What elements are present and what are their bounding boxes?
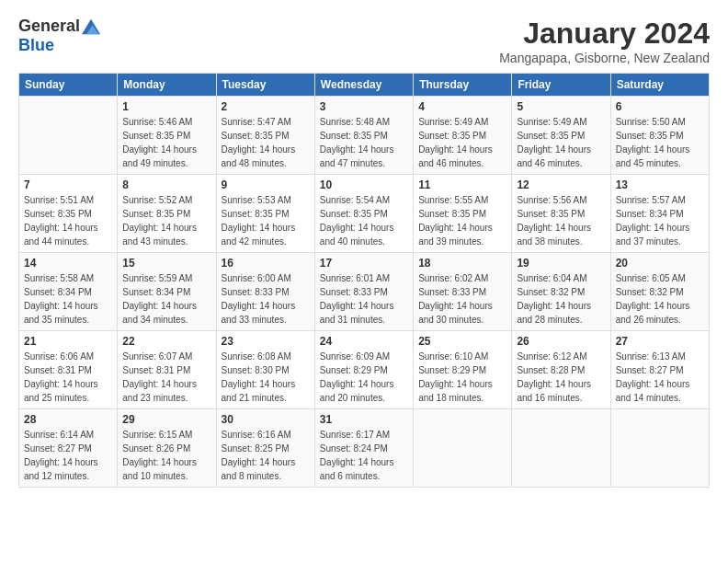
day-number: 19: [517, 257, 605, 270]
day-number: 28: [24, 413, 112, 426]
day-number: 1: [122, 100, 210, 113]
calendar-cell: 5Sunrise: 5:49 AMSunset: 8:35 PMDaylight…: [512, 97, 610, 175]
calendar-cell: [512, 409, 610, 488]
day-number: 18: [418, 257, 506, 270]
day-info: Sunrise: 6:08 AMSunset: 8:30 PMDaylight:…: [222, 350, 310, 405]
day-info: Sunrise: 6:16 AMSunset: 8:25 PMDaylight:…: [222, 428, 310, 483]
day-number: 22: [122, 335, 210, 348]
day-number: 2: [222, 100, 310, 113]
day-info: Sunrise: 6:09 AMSunset: 8:29 PMDaylight:…: [320, 350, 408, 405]
calendar-cell: 26Sunrise: 6:12 AMSunset: 8:28 PMDayligh…: [512, 331, 610, 409]
title-block: January 2024 Mangapapa, Gisborne, New Ze…: [499, 17, 710, 65]
header-saturday: Saturday: [610, 74, 709, 97]
calendar-table: Sunday Monday Tuesday Wednesday Thursday…: [18, 73, 710, 488]
day-number: 24: [320, 335, 408, 348]
day-number: 10: [320, 178, 408, 191]
calendar-cell: 2Sunrise: 5:47 AMSunset: 8:35 PMDaylight…: [216, 97, 314, 175]
logo-icon: [82, 17, 100, 36]
calendar-week-1: 7Sunrise: 5:51 AMSunset: 8:35 PMDaylight…: [19, 175, 710, 253]
day-number: 12: [517, 178, 605, 191]
day-number: 4: [418, 100, 506, 113]
day-number: 31: [320, 413, 408, 426]
day-info: Sunrise: 5:56 AMSunset: 8:35 PMDaylight:…: [517, 193, 605, 248]
header-thursday: Thursday: [414, 74, 512, 97]
day-info: Sunrise: 6:06 AMSunset: 8:31 PMDaylight:…: [24, 350, 112, 405]
calendar-cell: [19, 97, 118, 175]
day-info: Sunrise: 5:58 AMSunset: 8:34 PMDaylight:…: [24, 271, 112, 327]
day-info: Sunrise: 6:02 AMSunset: 8:33 PMDaylight:…: [418, 271, 506, 327]
calendar-week-2: 14Sunrise: 5:58 AMSunset: 8:34 PMDayligh…: [19, 253, 710, 331]
weekday-header-row: Sunday Monday Tuesday Wednesday Thursday…: [19, 74, 710, 97]
day-number: 13: [616, 178, 704, 191]
day-number: 3: [320, 100, 408, 113]
day-info: Sunrise: 5:59 AMSunset: 8:34 PMDaylight:…: [122, 271, 210, 327]
calendar-cell: 30Sunrise: 6:16 AMSunset: 8:25 PMDayligh…: [216, 409, 314, 488]
calendar-cell: [414, 409, 512, 488]
logo-general: General: [18, 17, 80, 36]
calendar-cell: 18Sunrise: 6:02 AMSunset: 8:33 PMDayligh…: [414, 253, 512, 331]
page: General Blue January 2024 Mangapapa, Gis…: [0, 0, 728, 499]
day-number: 23: [222, 335, 310, 348]
header-friday: Friday: [512, 74, 610, 97]
calendar-cell: 3Sunrise: 5:48 AMSunset: 8:35 PMDaylight…: [314, 97, 413, 175]
day-number: 21: [24, 335, 112, 348]
day-info: Sunrise: 5:46 AMSunset: 8:35 PMDaylight:…: [122, 115, 210, 170]
day-info: Sunrise: 5:53 AMSunset: 8:35 PMDaylight:…: [222, 193, 310, 248]
day-info: Sunrise: 5:49 AMSunset: 8:35 PMDaylight:…: [517, 115, 605, 170]
day-number: 26: [517, 335, 605, 348]
day-number: 11: [418, 178, 506, 191]
day-info: Sunrise: 5:54 AMSunset: 8:35 PMDaylight:…: [320, 193, 408, 248]
calendar-cell: 27Sunrise: 6:13 AMSunset: 8:27 PMDayligh…: [610, 331, 709, 409]
calendar-week-0: 1Sunrise: 5:46 AMSunset: 8:35 PMDaylight…: [19, 97, 710, 175]
day-number: 5: [517, 100, 605, 113]
calendar-cell: 13Sunrise: 5:57 AMSunset: 8:34 PMDayligh…: [610, 175, 709, 253]
day-info: Sunrise: 5:48 AMSunset: 8:35 PMDaylight:…: [320, 115, 408, 170]
calendar-cell: 7Sunrise: 5:51 AMSunset: 8:35 PMDaylight…: [19, 175, 118, 253]
day-info: Sunrise: 6:17 AMSunset: 8:24 PMDaylight:…: [320, 428, 408, 483]
header: General Blue January 2024 Mangapapa, Gis…: [18, 17, 710, 65]
calendar-cell: 23Sunrise: 6:08 AMSunset: 8:30 PMDayligh…: [216, 331, 314, 409]
day-info: Sunrise: 5:52 AMSunset: 8:35 PMDaylight:…: [122, 193, 210, 248]
calendar-week-3: 21Sunrise: 6:06 AMSunset: 8:31 PMDayligh…: [19, 331, 710, 409]
day-number: 27: [616, 335, 704, 348]
calendar-cell: 22Sunrise: 6:07 AMSunset: 8:31 PMDayligh…: [118, 331, 216, 409]
day-number: 14: [24, 257, 112, 270]
logo: General Blue: [18, 17, 100, 55]
day-number: 8: [122, 178, 210, 191]
calendar-cell: 31Sunrise: 6:17 AMSunset: 8:24 PMDayligh…: [314, 409, 413, 488]
calendar-cell: 21Sunrise: 6:06 AMSunset: 8:31 PMDayligh…: [19, 331, 118, 409]
calendar-cell: [610, 409, 709, 488]
header-tuesday: Tuesday: [216, 74, 314, 97]
calendar-cell: 19Sunrise: 6:04 AMSunset: 8:32 PMDayligh…: [512, 253, 610, 331]
day-number: 29: [122, 413, 210, 426]
calendar-cell: 28Sunrise: 6:14 AMSunset: 8:27 PMDayligh…: [19, 409, 118, 488]
day-number: 15: [122, 257, 210, 270]
calendar-cell: 8Sunrise: 5:52 AMSunset: 8:35 PMDaylight…: [118, 175, 216, 253]
month-title: January 2024: [499, 17, 710, 51]
calendar-week-4: 28Sunrise: 6:14 AMSunset: 8:27 PMDayligh…: [19, 409, 710, 488]
calendar-cell: 6Sunrise: 5:50 AMSunset: 8:35 PMDaylight…: [610, 97, 709, 175]
day-info: Sunrise: 5:50 AMSunset: 8:35 PMDaylight:…: [616, 115, 704, 170]
day-info: Sunrise: 6:13 AMSunset: 8:27 PMDaylight:…: [616, 350, 704, 405]
calendar-cell: 11Sunrise: 5:55 AMSunset: 8:35 PMDayligh…: [414, 175, 512, 253]
calendar-cell: 20Sunrise: 6:05 AMSunset: 8:32 PMDayligh…: [610, 253, 709, 331]
day-number: 6: [616, 100, 704, 113]
day-info: Sunrise: 6:10 AMSunset: 8:29 PMDaylight:…: [418, 350, 506, 405]
calendar-cell: 29Sunrise: 6:15 AMSunset: 8:26 PMDayligh…: [118, 409, 216, 488]
header-wednesday: Wednesday: [314, 74, 413, 97]
day-number: 25: [418, 335, 506, 348]
calendar-cell: 25Sunrise: 6:10 AMSunset: 8:29 PMDayligh…: [414, 331, 512, 409]
day-info: Sunrise: 5:55 AMSunset: 8:35 PMDaylight:…: [418, 193, 506, 248]
day-info: Sunrise: 6:14 AMSunset: 8:27 PMDaylight:…: [24, 428, 112, 483]
header-monday: Monday: [118, 74, 216, 97]
day-number: 9: [222, 178, 310, 191]
day-info: Sunrise: 5:51 AMSunset: 8:35 PMDaylight:…: [24, 193, 112, 248]
calendar-cell: 12Sunrise: 5:56 AMSunset: 8:35 PMDayligh…: [512, 175, 610, 253]
calendar-cell: 24Sunrise: 6:09 AMSunset: 8:29 PMDayligh…: [314, 331, 413, 409]
calendar-cell: 17Sunrise: 6:01 AMSunset: 8:33 PMDayligh…: [314, 253, 413, 331]
day-info: Sunrise: 6:01 AMSunset: 8:33 PMDaylight:…: [320, 271, 408, 327]
day-number: 16: [222, 257, 310, 270]
day-info: Sunrise: 5:47 AMSunset: 8:35 PMDaylight:…: [222, 115, 310, 170]
day-number: 7: [24, 178, 112, 191]
day-number: 30: [222, 413, 310, 426]
